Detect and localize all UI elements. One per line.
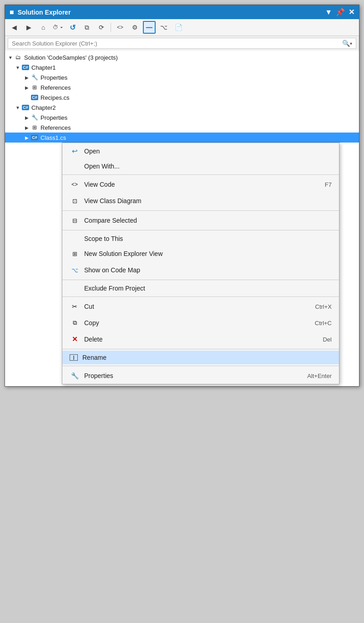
- chapter1-icon: C#: [21, 63, 30, 71]
- ctx-properties[interactable]: 🔧 Properties Alt+Enter: [62, 368, 339, 384]
- class1-label: Class1.cs: [40, 134, 66, 141]
- pin-icon[interactable]: 📌: [336, 8, 345, 16]
- refresh-button[interactable]: ↺: [66, 21, 79, 34]
- tree-item-chapter1-references[interactable]: ⊞ References: [5, 82, 359, 92]
- window-title: Solution Explorer: [18, 9, 71, 16]
- cut-icon: ✂: [70, 301, 80, 312]
- expand-chapter1-icon[interactable]: [14, 64, 21, 71]
- expand-properties1-icon[interactable]: [23, 74, 30, 81]
- ctx-copy-shortcut: Ctrl+C: [315, 320, 332, 327]
- title-bar-controls: ▼ 📌 ✕: [325, 8, 354, 16]
- preview-button[interactable]: 📄: [172, 21, 185, 34]
- chapter2-label: Chapter2: [31, 104, 56, 111]
- diagram-button[interactable]: ⌥: [157, 21, 170, 34]
- expand-class1-icon[interactable]: [23, 134, 30, 141]
- tree-item-class1[interactable]: C# Class1.cs: [5, 133, 359, 143]
- close-icon[interactable]: ✕: [349, 8, 354, 16]
- chapter2-references-label: References: [40, 124, 71, 131]
- chapter1-label: Chapter1: [31, 64, 56, 71]
- view-code-button[interactable]: <>: [114, 21, 126, 34]
- solution-label: Solution 'CodeSamples' (3 projects): [24, 54, 118, 61]
- toolbar: ◀ ▶ ⌂ ⏱ ▾ ↺ ⧉ ⟳ <> ⚙ — ⌥ 📄: [5, 19, 359, 36]
- properties-ctx-icon: 🔧: [70, 371, 80, 381]
- expand-properties2-icon[interactable]: [23, 114, 30, 121]
- ctx-scope-to-this-label: Scope to This: [84, 235, 332, 242]
- separator-7: [62, 366, 339, 366]
- separator-2: [62, 210, 339, 211]
- view-class-diagram-icon: ⊡: [70, 196, 80, 206]
- tree-item-chapter1-recipes[interactable]: C# Recipes.cs: [5, 92, 359, 102]
- delete-icon: ✕: [70, 334, 80, 344]
- search-dropdown-icon[interactable]: ▾: [350, 41, 352, 46]
- solution-explorer-window: ■ Solution Explorer ▼ 📌 ✕ ◀ ▶ ⌂ ⏱ ▾ ↺ ⧉ …: [5, 5, 359, 387]
- show-on-code-map-icon: ⌥: [70, 265, 80, 275]
- dropdown-arrow-icon[interactable]: ▼: [325, 8, 332, 16]
- ctx-view-code[interactable]: <> View Code F7: [62, 176, 339, 193]
- tree-item-chapter1[interactable]: C# Chapter1: [5, 62, 359, 72]
- ctx-delete-shortcut: Del: [323, 336, 332, 343]
- ctx-open-with-label: Open With...: [84, 163, 332, 170]
- title-bar-left: ■ Solution Explorer: [10, 8, 71, 16]
- back-button[interactable]: ◀: [8, 21, 20, 34]
- context-menu: ↩ Open Open With... <> View Code F7 ⊡ Vi…: [62, 143, 339, 384]
- tree-item-chapter2[interactable]: C# Chapter2: [5, 102, 359, 112]
- history-button[interactable]: ⏱ ▾: [51, 21, 64, 34]
- tree-item-chapter1-properties[interactable]: 🔧 Properties: [5, 72, 359, 82]
- ctx-rename[interactable]: I Rename: [62, 351, 339, 364]
- expand-solution-icon[interactable]: [7, 54, 14, 61]
- separator-5: [62, 296, 339, 297]
- ctx-view-class-diagram[interactable]: ⊡ View Class Diagram: [62, 193, 339, 209]
- search-bar[interactable]: 🔍 ▾: [8, 38, 356, 49]
- separator-1: [62, 174, 339, 175]
- ctx-copy[interactable]: ⧉ Copy Ctrl+C: [62, 315, 339, 331]
- ctx-view-code-label: View Code: [84, 181, 316, 188]
- ctx-exclude-from-project[interactable]: Exclude From Project: [62, 281, 339, 295]
- ctx-compare-selected-label: Compare Selected: [84, 217, 332, 224]
- search-icon: 🔍: [342, 40, 350, 47]
- home-button[interactable]: ⌂: [37, 21, 50, 34]
- properties1-icon: 🔧: [30, 73, 39, 82]
- open-icon: ↩: [70, 146, 80, 156]
- chapter1-properties-label: Properties: [40, 74, 67, 81]
- title-bar: ■ Solution Explorer ▼ 📌 ✕: [5, 5, 359, 19]
- ctx-view-class-diagram-label: View Class Diagram: [84, 197, 332, 204]
- tree-item-solution[interactable]: 🗂 Solution 'CodeSamples' (3 projects): [5, 52, 359, 62]
- ctx-cut[interactable]: ✂ Cut Ctrl+X: [62, 298, 339, 315]
- separator-3: [62, 230, 339, 230]
- ctx-view-code-shortcut: F7: [325, 181, 332, 188]
- ctx-delete[interactable]: ✕ Delete Del: [62, 331, 339, 347]
- copy-ctx-icon: ⧉: [70, 318, 80, 328]
- ctx-cut-shortcut: Ctrl+X: [315, 303, 332, 310]
- filter-button[interactable]: —: [143, 21, 156, 34]
- expand-references2-icon[interactable]: [23, 124, 30, 131]
- expand-references1-icon[interactable]: [23, 84, 30, 91]
- ctx-cut-label: Cut: [84, 303, 306, 310]
- ctx-open-label: Open: [84, 148, 332, 155]
- settings-button[interactable]: ⚙: [128, 21, 141, 34]
- sync-button[interactable]: ⟳: [95, 21, 108, 34]
- ctx-open[interactable]: ↩ Open: [62, 143, 339, 159]
- chapter1-recipes-label: Recipes.cs: [40, 94, 70, 101]
- ctx-delete-label: Delete: [84, 336, 313, 343]
- ctx-show-on-code-map[interactable]: ⌥ Show on Code Map: [62, 262, 339, 278]
- tree-item-chapter2-properties[interactable]: 🔧 Properties: [5, 112, 359, 123]
- expand-chapter2-icon[interactable]: [14, 104, 21, 111]
- ctx-rename-label: Rename: [82, 354, 332, 361]
- recipes-icon: C#: [30, 93, 39, 102]
- references1-icon: ⊞: [30, 83, 39, 92]
- ctx-compare-selected[interactable]: ⊟ Compare Selected: [62, 212, 339, 229]
- ctx-properties-shortcut: Alt+Enter: [307, 373, 332, 379]
- separator-4: [62, 280, 339, 280]
- forward-button[interactable]: ▶: [22, 21, 35, 34]
- ctx-new-solution-explorer-view[interactable]: ⊞ New Solution Explorer View: [62, 245, 339, 262]
- copy-button[interactable]: ⧉: [81, 21, 93, 34]
- vs-logo-icon: ■: [10, 8, 14, 16]
- references2-icon: ⊞: [30, 123, 39, 132]
- toolbar-separator-1: [111, 23, 111, 32]
- tree-item-chapter2-references[interactable]: ⊞ References: [5, 123, 359, 133]
- solution-icon: 🗂: [14, 53, 22, 61]
- ctx-open-with[interactable]: Open With...: [62, 159, 339, 173]
- ctx-scope-to-this[interactable]: Scope to This: [62, 232, 339, 245]
- search-input[interactable]: [12, 40, 342, 47]
- separator-6: [62, 349, 339, 349]
